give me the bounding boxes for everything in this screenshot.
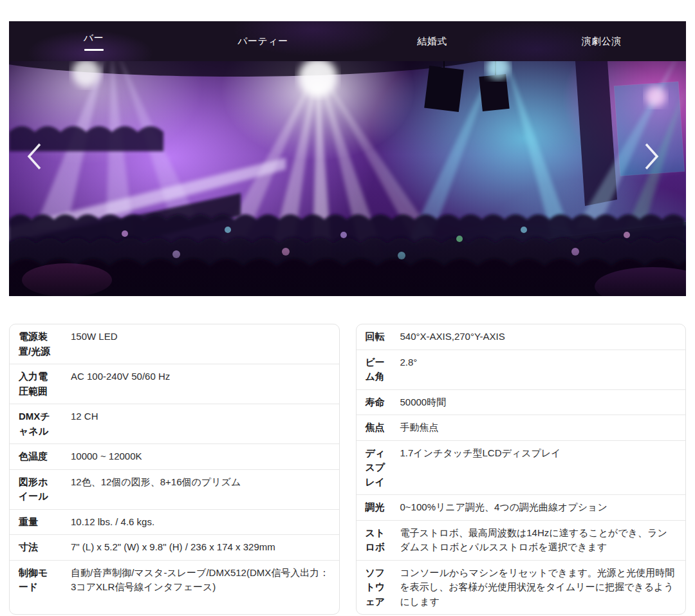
spec-value: 自動/音声制御/マスタ-スレーブ/DMX512(DMX信号入出力：3コアXLR信…: [71, 566, 330, 595]
spec-label: ソフトウェア: [366, 566, 387, 610]
spec-row-dimming: 調光 0~100%リニア調光、4つの調光曲線オプション: [357, 494, 686, 520]
spec-value: 50000時間: [400, 395, 677, 410]
spec-value: 7" (L) x 5.2" (W) x 9.8" (H) / 236 x 174…: [71, 540, 330, 555]
spec-label: ビーム角: [366, 355, 387, 384]
spec-value: 2.8°: [400, 355, 677, 384]
spec-value: 150W LED: [71, 330, 330, 359]
spec-value: 電子ストロボ、最高周波数は14Hzに達することができ、ランダムストロボとパルスス…: [400, 526, 677, 555]
active-tab-underline: [84, 49, 104, 51]
spec-value: 1.7インチタッチ型LCDディスプレイ: [400, 446, 677, 490]
hero-carousel: [9, 61, 686, 296]
tab-theater[interactable]: 演劇公演: [517, 35, 686, 48]
spec-row-software: ソフトウェア コンソールからマシンをリセットできます。光源と光使用時間を表示し、…: [357, 560, 686, 615]
spec-row-display: ディスプレイ 1.7インチタッチ型LCDディスプレイ: [357, 440, 686, 495]
chevron-left-icon: [26, 142, 43, 171]
spec-row-strobe: ストロボ 電子ストロボ、最高周波数は14Hzに達することができ、ランダムストロボ…: [357, 520, 686, 560]
spec-tables: 電源装置/光源 150W LED 入力電圧範囲 AC 100-240V 50/6…: [9, 324, 686, 615]
spec-value: 手動焦点: [400, 420, 677, 435]
spec-row-lifespan: 寿命 50000時間: [357, 389, 686, 415]
spec-row-control-mode: 制御モード 自動/音声制御/マスタ-スレーブ/DMX512(DMX信号入出力：3…: [10, 560, 339, 600]
scene-tabs-bar: バー パーティー 結婚式 演劇公演: [9, 21, 686, 61]
spec-value: AC 100-240V 50/60 Hz: [71, 369, 330, 398]
product-spec-page: バー パーティー 結婚式 演劇公演: [0, 21, 695, 616]
spec-label: DMXチャネル: [19, 409, 55, 438]
chevron-right-icon: [643, 142, 660, 171]
spec-table-right: 回転 540°X-AXIS,270°Y-AXIS ビーム角 2.8° 寿命 50…: [356, 324, 687, 615]
spec-label: 調光: [366, 500, 387, 515]
tab-wedding[interactable]: 結婚式: [348, 35, 517, 48]
carousel-next-button[interactable]: [635, 131, 668, 182]
spec-value: 12 CH: [71, 409, 330, 438]
spec-label: 色温度: [19, 449, 55, 464]
spec-row-focus: 焦点 手動焦点: [357, 415, 686, 440]
spec-row-beam-angle: ビーム角 2.8°: [357, 350, 686, 389]
spec-label: ディスプレイ: [366, 446, 387, 490]
spec-label: 寸法: [19, 540, 55, 555]
spec-row-gobo-wheel: 図形ホイール 12色、12個の図形、8+16個のプリズム: [10, 469, 339, 509]
spec-row-color-temperature: 色温度 10000 ~ 12000K: [10, 443, 339, 469]
tab-bar-label: バー: [84, 32, 104, 44]
spec-value: 10000 ~ 12000K: [71, 449, 330, 464]
tab-theater-label: 演劇公演: [582, 35, 622, 48]
spec-label: 電源装置/光源: [19, 330, 55, 359]
tab-bar[interactable]: バー: [9, 32, 178, 51]
spec-row-weight: 重量 10.12 lbs. / 4.6 kgs.: [10, 509, 339, 535]
spec-label: 制御モード: [19, 566, 55, 595]
spec-row-dimensions: 寸法 7" (L) x 5.2" (W) x 9.8" (H) / 236 x …: [10, 534, 339, 560]
tab-wedding-label: 結婚式: [417, 35, 447, 48]
nightclub-scene-image: [9, 61, 686, 296]
spec-label: ストロボ: [366, 526, 387, 555]
tab-party[interactable]: パーティー: [178, 35, 348, 48]
spec-row-power-source: 電源装置/光源 150W LED: [10, 324, 339, 364]
spec-row-dmx-channels: DMXチャネル 12 CH: [10, 404, 339, 443]
spec-label: 回転: [366, 330, 387, 344]
spec-value: 540°X-AXIS,270°Y-AXIS: [400, 330, 677, 344]
spec-label: 寿命: [366, 395, 387, 410]
spec-value: コンソールからマシンをリセットできます。光源と光使用時間を表示し、お客様が光使用…: [400, 566, 677, 610]
spec-row-input-voltage: 入力電圧範囲 AC 100-240V 50/60 Hz: [10, 364, 339, 404]
spec-table-left: 電源装置/光源 150W LED 入力電圧範囲 AC 100-240V 50/6…: [9, 324, 340, 615]
carousel-prev-button[interactable]: [18, 131, 51, 182]
tab-party-label: パーティー: [237, 35, 288, 48]
spec-row-rotation: 回転 540°X-AXIS,270°Y-AXIS: [357, 324, 686, 350]
spec-value: 10.12 lbs. / 4.6 kgs.: [71, 515, 330, 530]
spec-label: 入力電圧範囲: [19, 369, 55, 398]
spec-value: 12色、12個の図形、8+16個のプリズム: [71, 475, 330, 504]
spec-label: 図形ホイール: [19, 475, 55, 504]
spec-label: 焦点: [366, 420, 387, 435]
spec-label: 重量: [19, 515, 55, 530]
spec-value: 0~100%リニア調光、4つの調光曲線オプション: [400, 500, 677, 515]
